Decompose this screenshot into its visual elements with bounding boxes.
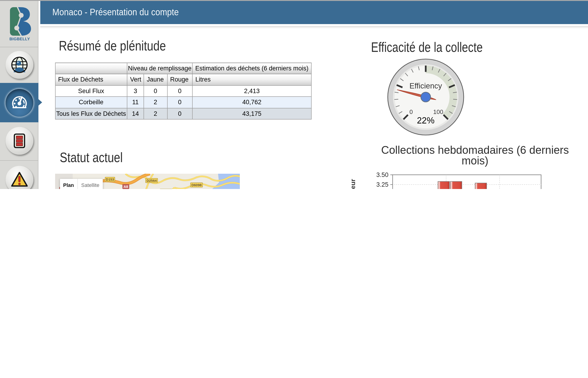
svg-text:Satellite: Satellite xyxy=(81,182,99,188)
svg-text:Plan: Plan xyxy=(63,182,74,188)
svg-text:A8: A8 xyxy=(123,184,128,188)
svg-text:D6098: D6098 xyxy=(191,183,201,187)
svg-text:22%: 22% xyxy=(417,115,434,125)
svg-text:D2564: D2564 xyxy=(146,178,157,182)
svg-text:0: 0 xyxy=(409,108,413,115)
svg-text:Moyenne hebdomadaire de collec: Moyenne hebdomadaire de collectes / comp… xyxy=(349,179,356,189)
svg-text:Efficiency: Efficiency xyxy=(409,81,442,90)
svg-text:3.50: 3.50 xyxy=(376,171,389,178)
svg-text:D153: D153 xyxy=(105,177,114,181)
svg-text:3.25: 3.25 xyxy=(376,181,389,188)
svg-text:100: 100 xyxy=(433,108,443,115)
svg-text:BIGBELLY: BIGBELLY xyxy=(10,37,30,41)
